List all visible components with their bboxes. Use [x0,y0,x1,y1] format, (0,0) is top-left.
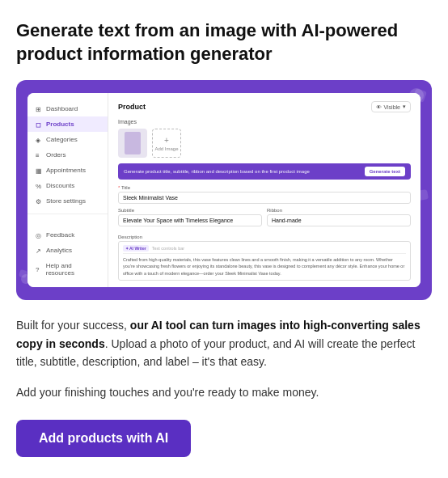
body-pre-text: Built for your success, [16,319,130,332]
description-area: ✦ AI Writer Text controls bar Crafted fr… [118,241,411,281]
sidebar-item-categories: ◈ Categories [27,132,108,147]
subtitle-input: Elevate Your Space with Timeless Eleganc… [118,214,262,226]
preview-container: ⊞ Dashboard ◻ Products ◈ Categories ≡ Or… [16,80,432,300]
ai-writer-badge: ✦ AI Writer [123,245,149,252]
sidebar-item-feedback: ◎ Feedback [27,227,108,243]
body-paragraph-1: Built for your success, our AI tool can … [16,316,432,370]
chevron-down-icon: ▾ [403,104,406,110]
title-field-label: * Title [118,185,411,190]
body-paragraph-2: Add your finishing touches and you're re… [16,383,432,401]
description-content: Crafted from high-quality materials, thi… [123,256,406,277]
calendar-icon: ▦ [36,167,42,174]
sidebar-item-appointments: ▦ Appointments [27,163,108,178]
description-label: Description [118,235,411,239]
product-header: Product 👁 Visible ▾ [118,101,411,112]
product-section-label: Product [118,103,146,111]
ribbon-input: Hand-made [267,214,411,226]
sidebar-item-orders: ≡ Orders [27,147,108,163]
subtitle-col: Subtitle Elevate Your Space with Timeles… [118,208,262,231]
text-style-bar: Text controls bar [152,246,184,251]
add-products-cta-button[interactable]: Add products with AI [16,420,191,457]
sidebar-item-analytics: ↗ Analytics [27,243,108,258]
sidebar-item-discounts: % Discounts [27,178,108,193]
page-title: Generate text from an image with AI-powe… [16,19,432,66]
box-icon: ◻ [36,121,42,128]
images-label: Images [118,119,411,125]
generate-text-button[interactable]: Generate text [365,167,405,176]
percent-icon: % [36,183,42,189]
help-icon: ? [36,266,42,273]
deco-square-2 [19,269,27,278]
preview-main-content: Product 👁 Visible ▾ Images + Add Image [108,93,421,287]
preview-inner: ⊞ Dashboard ◻ Products ◈ Categories ≡ Or… [27,93,421,287]
title-input: Sleek Minimalist Vase [118,192,411,204]
sparkle-icon: ✦ [125,246,129,251]
eye-icon: 👁 [376,104,382,110]
grid-icon: ⊞ [36,106,42,112]
ai-banner-text: Generate product title, subtitle, ribbon… [124,169,365,174]
sidebar-item-dashboard: ⊞ Dashboard [27,101,108,116]
images-row: + Add Image [118,129,411,158]
plus-icon: + [164,136,169,145]
subtitle-ribbon-row: Subtitle Elevate Your Space with Timeles… [118,208,411,231]
sidebar-divider [27,214,108,214]
ribbon-label: Ribbon [267,208,411,213]
sidebar-item-store-settings: ⚙ Store settings [27,193,108,209]
gear-icon: ⚙ [36,198,42,205]
image-thumbnail [118,129,147,158]
ai-banner: Generate product title, subtitle, ribbon… [118,163,411,180]
add-image-button: + Add Image [152,129,181,158]
analytics-icon: ↗ [36,247,42,254]
sidebar-item-products: ◻ Products [27,116,108,132]
visible-badge: 👁 Visible ▾ [371,101,412,112]
image-thumb-inner [125,132,141,154]
sidebar-item-help: ? Help and resources [27,258,108,281]
feedback-icon: ◎ [36,232,42,239]
tag-icon: ◈ [36,137,42,143]
list-icon: ≡ [36,152,42,159]
subtitle-label: Subtitle [118,208,262,213]
desc-toolbar: ✦ AI Writer Text controls bar [123,245,406,254]
ribbon-col: Ribbon Hand-made [267,208,411,231]
preview-sidebar: ⊞ Dashboard ◻ Products ◈ Categories ≡ Or… [27,93,108,287]
